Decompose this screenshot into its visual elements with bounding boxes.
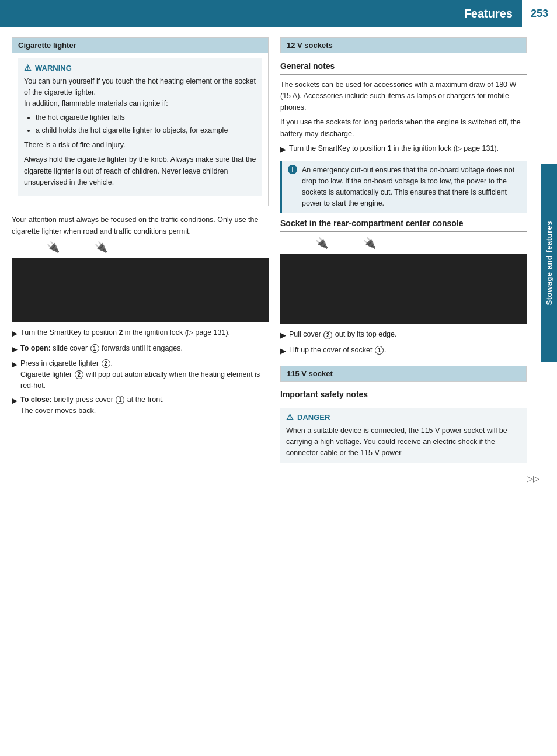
main-content: Cigarette lighter ⚠ WARNING You can burn… [0,27,557,474]
divider-3 [280,403,527,403]
bullet-2: a child holds the hot cigarette lighter … [36,125,256,136]
12v-sockets-title: 12 V sockets [281,38,526,53]
instruction-2-text: To open: slide cover 1 forwards until it… [20,343,183,354]
cigarette-lighter-title: Cigarette lighter [12,38,268,53]
socket-image [280,254,527,324]
info-icon: i [288,165,297,174]
plug-icon-1: 🔌 [47,241,60,254]
divider-1 [280,74,527,75]
warning-label: WARNING [35,64,72,72]
danger-box: ⚠ DANGER When a suitable device is conne… [280,408,527,463]
arrow-1: ▶ [12,328,18,339]
corner-mark-tl [5,5,15,15]
cigarette-lighter-content: ⚠ WARNING You can burn yourself if you t… [12,53,268,206]
corner-mark-tr [542,5,552,15]
arrow-symbol: ▷▷ [527,474,539,483]
left-instructions: ▶ Turn the SmartKey to position 2 in the… [12,327,269,417]
plug-icon-3: 🔌 [315,237,328,249]
attention-text: Your attention must always be focused on… [12,214,269,237]
side-label: Stowage and features [541,164,557,362]
warning-icon: ⚠ [24,63,32,72]
warning-title: ⚠ WARNING [24,63,256,72]
12v-sockets-box: 12 V sockets [280,37,527,53]
instruction-1-text: Turn the SmartKey to position 2 in the i… [20,327,230,338]
left-column: Cigarette lighter ⚠ WARNING You can burn… [12,37,269,463]
corner-mark-bl [5,741,15,751]
info-text: An emergency cut-out ensures that the on… [302,165,521,209]
warning-text: You can burn yourself if you touch the h… [24,76,256,109]
general-notes-heading: General notes [280,61,527,71]
socket-instruction-2: ▶ Lift up the cover of socket 1. [280,345,527,357]
right-column: 12 V sockets General notes The sockets c… [280,37,545,463]
smartkey-arrow: ▶ [280,144,286,155]
long-periods-text: If you use the sockets for long periods … [280,117,527,140]
arrow-3: ▶ [12,359,18,370]
socket-heading: Socket in the rear-compartment center co… [280,219,527,228]
socket-instruction-2-text: Lift up the cover of socket 1. [289,345,386,356]
arrow-4: ▶ [12,395,18,407]
115v-socket-box: 115 V socket [280,366,527,382]
115v-socket-title: 115 V socket [281,366,526,381]
smartkey-text: Turn the SmartKey to position 1 in the i… [289,143,499,154]
danger-icon: ⚠ [286,412,294,422]
warning-bullets: the hot cigarette lighter falls a child … [30,112,256,136]
plug-icon-2: 🔌 [95,241,107,254]
smartkey-instruction: ▶ Turn the SmartKey to position 1 in the… [280,143,527,155]
side-label-text: Stowage and features [545,221,553,305]
socket-arrow-1: ▶ [280,330,286,341]
bullet-1: the hot cigarette lighter falls [36,112,256,123]
arrow-2: ▶ [12,344,18,355]
socket-arrow-2: ▶ [280,345,286,357]
socket-instruction-1-text: Pull cover 2 out by its top edge. [289,329,396,340]
cigarette-lighter-box: Cigarette lighter ⚠ WARNING You can burn… [12,37,269,206]
danger-text: When a suitable device is connected, the… [286,425,521,458]
fire-risk: There is a risk of fire and injury. [24,140,256,151]
danger-title: ⚠ DANGER [286,412,521,422]
forward-arrow: ▷▷ [0,474,557,489]
right-icon-row: 🔌 🔌 [280,237,527,249]
info-row: i An emergency cut-out ensures that the … [288,165,521,209]
corner-mark-br [542,741,552,751]
plug-icon-4: 🔌 [363,237,376,249]
page-header: Features 253 [0,0,557,27]
instruction-3-text: Press in cigarette lighter 2. Cigarette … [20,358,269,391]
warning-box: ⚠ WARNING You can burn yourself if you t… [18,58,262,196]
cigarette-lighter-image [12,258,269,322]
instruction-2: ▶ To open: slide cover 1 forwards until … [12,343,269,355]
info-box: i An emergency cut-out ensures that the … [280,161,527,213]
page-title: Features [464,7,522,20]
general-notes-text: The sockets can be used for accessories … [280,79,527,113]
danger-label: DANGER [297,413,330,422]
safety-notes-heading: Important safety notes [280,390,527,399]
instruction-3: ▶ Press in cigarette lighter 2. Cigarett… [12,358,269,391]
socket-instruction-1: ▶ Pull cover 2 out by its top edge. [280,329,527,341]
instruction-1: ▶ Turn the SmartKey to position 2 in the… [12,327,269,339]
always-text: Always hold the cigarette lighter by the… [24,154,256,188]
divider-2 [280,231,527,232]
instruction-4: ▶ To close: briefly press cover 1 at the… [12,394,269,417]
instruction-4-text: To close: briefly press cover 1 at the f… [20,394,164,417]
left-icon-row: 🔌 🔌 [12,241,269,254]
